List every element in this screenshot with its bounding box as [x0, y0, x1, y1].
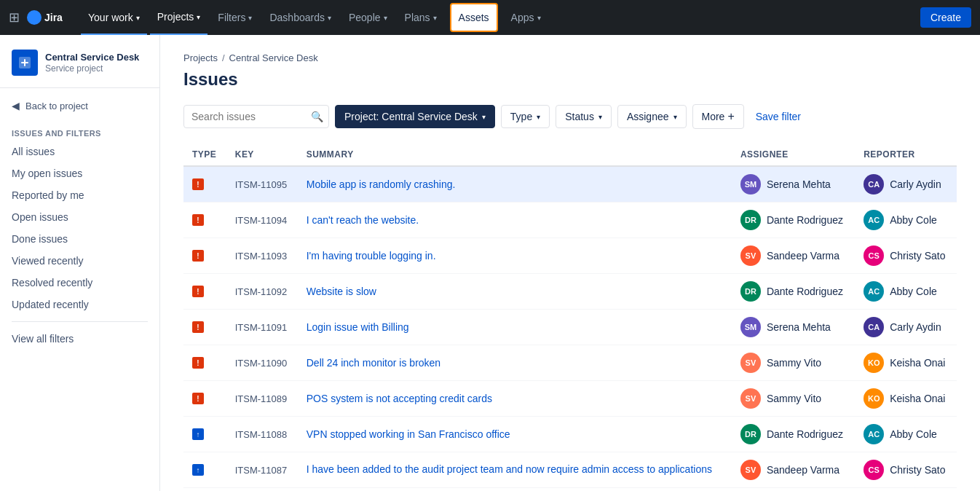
nav-people[interactable]: People ▾ — [341, 0, 395, 35]
save-filter-button[interactable]: Save filter — [750, 106, 807, 127]
back-icon: ◀ — [12, 100, 20, 111]
sidebar-item-viewed-recently[interactable]: Viewed recently — [0, 250, 159, 272]
reporter-name: Abby Cole — [890, 286, 937, 297]
cell-key: ITSM-11093 — [226, 238, 298, 274]
type-icon: ! — [192, 321, 204, 333]
assignee-filter-button[interactable]: Assignee ▾ — [617, 105, 687, 128]
cell-summary[interactable]: Login issue with Billing — [298, 310, 732, 345]
sidebar-item-my-open-issues[interactable]: My open issues — [0, 162, 159, 184]
cell-type: ↑ — [183, 452, 226, 488]
sidebar-item-all-issues[interactable]: All issues — [0, 141, 159, 162]
issue-summary-link[interactable]: Login issue with Billing — [307, 321, 409, 333]
type-filter-button[interactable]: Type ▾ — [501, 105, 550, 128]
nav-dashboards[interactable]: Dashboards ▾ — [262, 0, 339, 35]
cell-type: ! — [183, 345, 226, 381]
table-row[interactable]: ! ITSM-11092 Website is slow DR Dante Ro… — [183, 274, 957, 310]
sidebar-item-updated-recently[interactable]: Updated recently — [0, 294, 159, 315]
avatar: SV — [740, 388, 761, 409]
table-row[interactable]: ↑ ITSM-11086 New consultants need guest … — [183, 488, 957, 492]
assignee-name: Serena Mehta — [767, 321, 831, 333]
jira-logo[interactable]: Jira — [25, 9, 69, 26]
cell-summary[interactable]: New consultants need guest Wifi accounts — [298, 488, 732, 492]
view-all-filters[interactable]: View all filters — [0, 328, 159, 350]
breadcrumb-project[interactable]: Central Service Desk — [229, 52, 318, 63]
nav-assets[interactable]: Assets — [450, 3, 498, 32]
cell-summary[interactable]: VPN stopped working in San Francisco off… — [298, 417, 732, 452]
avatar: DR — [740, 281, 761, 302]
sidebar: Central Service Desk Service project ◀ B… — [0, 35, 160, 491]
issues-table: Type Key Summary Assignee Reporter ! ITS… — [183, 144, 957, 491]
cell-key: ITSM-11087 — [226, 452, 298, 488]
project-filter-button[interactable]: Project: Central Service Desk ▾ — [335, 105, 495, 128]
issue-summary-link[interactable]: POS system is not accepting credit cards — [307, 393, 492, 404]
sidebar-item-open-issues[interactable]: Open issues — [0, 206, 159, 228]
col-key: Key — [226, 144, 298, 166]
cell-assignee: SV Sandeep Varma — [732, 488, 855, 492]
issue-summary-link[interactable]: I have been added to the audit project t… — [307, 463, 712, 475]
nav-your-work[interactable]: Your work ▾ — [81, 0, 147, 35]
avatar: AC — [864, 424, 884, 444]
col-type: Type — [183, 144, 226, 166]
avatar: CS — [864, 460, 884, 480]
search-icon[interactable]: 🔍 — [311, 111, 323, 122]
sidebar-item-done-issues[interactable]: Done issues — [0, 228, 159, 250]
table-row[interactable]: ↑ ITSM-11088 VPN stopped working in San … — [183, 417, 957, 452]
sidebar-section-title: Issues and filters — [0, 123, 159, 141]
issue-summary-link[interactable]: I can't reach the website. — [307, 214, 419, 226]
search-box: 🔍 — [183, 105, 329, 128]
issue-summary-link[interactable]: Website is slow — [307, 286, 376, 297]
more-filter-button[interactable]: More + — [692, 104, 744, 129]
sidebar-item-reported-by-me[interactable]: Reported by me — [0, 184, 159, 206]
nav-apps[interactable]: Apps ▾ — [504, 0, 548, 35]
avatar: KO — [864, 388, 884, 409]
avatar: AC — [864, 281, 884, 302]
cell-assignee: SV Sandeep Varma — [732, 238, 855, 274]
cell-summary[interactable]: I'm having trouble logging in. — [298, 238, 732, 274]
table-row[interactable]: ! ITSM-11090 Dell 24 inch monitor is bro… — [183, 345, 957, 381]
back-to-project[interactable]: ◀ Back to project — [0, 94, 159, 117]
cell-assignee: DR Dante Rodriguez — [732, 417, 855, 452]
avatar: DR — [740, 424, 761, 444]
create-button[interactable]: Create — [920, 7, 971, 28]
cell-summary[interactable]: Mobile app is randomly crashing. — [298, 166, 732, 203]
assignee-name: Dante Rodriguez — [767, 286, 843, 297]
issue-summary-link[interactable]: Mobile app is randomly crashing. — [307, 178, 456, 190]
issue-summary-link[interactable]: I'm having trouble logging in. — [307, 250, 436, 262]
type-icon: ↑ — [192, 428, 204, 440]
search-input[interactable] — [183, 105, 329, 128]
table-row[interactable]: ! ITSM-11093 I'm having trouble logging … — [183, 238, 957, 274]
cell-summary[interactable]: Website is slow — [298, 274, 732, 310]
cell-summary[interactable]: POS system is not accepting credit cards — [298, 381, 732, 417]
avatar: SV — [740, 460, 761, 480]
cell-assignee: SM Serena Mehta — [732, 310, 855, 345]
table-row[interactable]: ! ITSM-11095 Mobile app is randomly cras… — [183, 166, 957, 203]
nav-projects[interactable]: Projects ▾ — [150, 0, 208, 35]
nav-plans[interactable]: Plans ▾ — [398, 0, 444, 35]
cell-summary[interactable]: Dell 24 inch monitor is broken — [298, 345, 732, 381]
issue-summary-link[interactable]: VPN stopped working in San Francisco off… — [307, 428, 510, 440]
reporter-name: Keisha Onai — [890, 357, 945, 369]
cell-type: ! — [183, 166, 226, 203]
chevron-down-icon: ▾ — [598, 113, 602, 121]
issue-summary-link[interactable]: Dell 24 inch monitor is broken — [307, 357, 440, 369]
sidebar-item-resolved-recently[interactable]: Resolved recently — [0, 272, 159, 294]
table-row[interactable]: ! ITSM-11094 I can't reach the website. … — [183, 203, 957, 238]
table-row[interactable]: ! ITSM-11091 Login issue with Billing SM… — [183, 310, 957, 345]
table-row[interactable]: ! ITSM-11089 POS system is not accepting… — [183, 381, 957, 417]
grid-icon[interactable]: ⊞ — [9, 9, 20, 25]
status-filter-button[interactable]: Status ▾ — [556, 105, 612, 128]
col-assignee: Assignee — [732, 144, 855, 166]
project-type: Service project — [45, 63, 139, 74]
avatar: AC — [864, 210, 884, 230]
avatar: DR — [740, 210, 761, 230]
breadcrumb-projects[interactable]: Projects — [183, 52, 218, 63]
reporter-name: Carly Aydin — [890, 321, 941, 333]
cell-reporter: CA Carly Aydin — [855, 310, 957, 345]
type-icon: ↑ — [192, 464, 204, 476]
cell-summary[interactable]: I can't reach the website. — [298, 203, 732, 238]
cell-summary[interactable]: I have been added to the audit project t… — [298, 452, 732, 488]
table-row[interactable]: ↑ ITSM-11087 I have been added to the au… — [183, 452, 957, 488]
cell-assignee: SV Sammy Vito — [732, 381, 855, 417]
reporter-name: Carly Aydin — [890, 178, 941, 190]
nav-filters[interactable]: Filters ▾ — [210, 0, 259, 35]
